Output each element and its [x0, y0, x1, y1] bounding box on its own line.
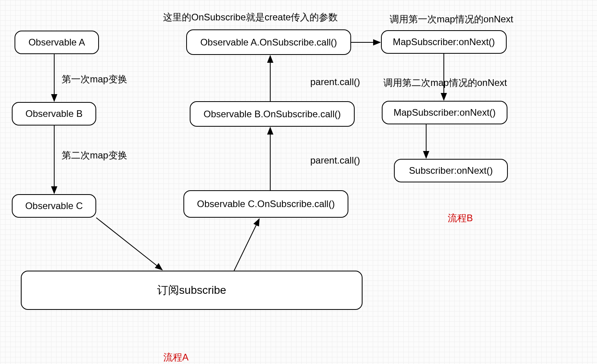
box-observable-a: Observable A: [15, 31, 99, 54]
label-onnext1: 调用第一次map情况的onNext: [390, 13, 513, 25]
box-sub-next: Subscriber:onNext(): [394, 159, 508, 182]
box-observable-b: Observable B: [12, 102, 96, 126]
label-map2: 第二次map变换: [62, 149, 127, 162]
label-flow-a: 流程A: [163, 351, 189, 364]
box-mapsub-2: MapSubscriber:onNext(): [382, 101, 507, 124]
box-subscribe: 订阅subscribe: [21, 271, 363, 310]
label-parent1: parent.call(): [310, 155, 360, 166]
label-flow-b: 流程B: [448, 212, 473, 224]
svg-line-3: [96, 218, 162, 270]
box-obs-c-call: Observable C.OnSubscribe.call(): [183, 190, 348, 218]
svg-line-4: [234, 219, 259, 271]
box-obs-b-call: Observable B.OnSubscribe.call(): [190, 101, 355, 127]
label-map1: 第一次map变换: [62, 73, 127, 86]
label-onnext2: 调用第二次map情况的onNext: [383, 76, 507, 89]
box-mapsub-1: MapSubscriber:onNext(): [381, 30, 507, 54]
label-top-note: 这里的OnSubscribe就是create传入的参数: [163, 11, 338, 24]
box-observable-c: Observable C: [12, 194, 96, 218]
label-parent2: parent.call(): [310, 76, 360, 87]
box-obs-a-call: Observable A.OnSubscribe.call(): [186, 29, 351, 55]
